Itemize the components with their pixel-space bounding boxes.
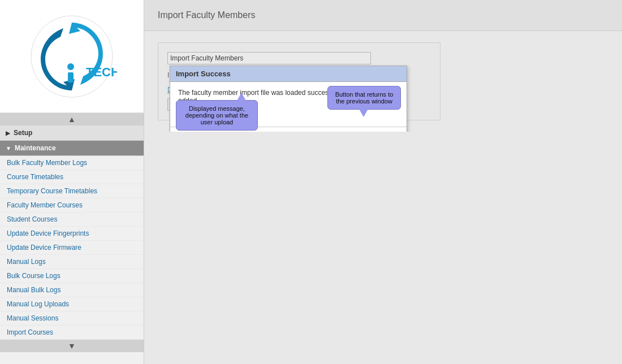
main-content-area: Import Faculty Members Import File Brows… [144,0,622,364]
logo-image: TECH [27,11,117,102]
form-title-input[interactable] [167,52,371,64]
sidebar-section-maintenance[interactable]: ▼ Maintenance [0,141,144,156]
modal-message: The faculty member import file was loade… [178,89,385,105]
svg-text:TECH: TECH [86,65,117,79]
sidebar-item-update-device-fingerprints[interactable]: Update Device Fingerprints [0,227,144,241]
sidebar-item-temporary-course-timetables[interactable]: Temporary Course Timetables [0,184,144,198]
form-title-row [167,52,431,64]
scroll-down-button[interactable]: ▼ [0,340,144,352]
import-form-container: Import File Browse Download... Import Im… [158,42,440,120]
modal-body: The faculty member import file was loade… [170,82,407,127]
setup-arrow-icon: ▶ [6,130,10,136]
sidebar-item-import-courses[interactable]: Import Courses [0,326,144,340]
modal-footer: Close [170,127,407,132]
sidebar-item-bulk-faculty-member-logs[interactable]: Bulk Faculty Member Logs [0,156,144,170]
scroll-up-button[interactable]: ▲ [0,113,144,125]
page-title: Import Faculty Members [158,10,255,20]
maintenance-label: Maintenance [15,144,56,152]
page-title-bar: Import Faculty Members [144,0,622,31]
sidebar: TECH ▲ ▶ Setup ▼ Maintenance Bulk Facult… [0,0,144,364]
setup-label: Setup [14,129,32,137]
sidebar-item-manual-log-uploads[interactable]: Manual Log Uploads [0,297,144,311]
sidebar-item-update-device-firmware[interactable]: Update Device Firmware [0,241,144,255]
main-content: Import File Browse Download... Import Im… [144,31,622,132]
modal-title: Import Success [170,66,407,82]
sidebar-item-manual-sessions[interactable]: Manual Sessions [0,311,144,326]
svg-point-1 [67,63,74,70]
sidebar-item-faculty-member-courses[interactable]: Faculty Member Courses [0,198,144,213]
svg-rect-2 [68,72,74,83]
sidebar-item-manual-logs[interactable]: Manual Logs [0,255,144,269]
sidebar-item-manual-bulk-logs[interactable]: Manual Bulk Logs [0,283,144,297]
sidebar-section-setup[interactable]: ▶ Setup [0,125,144,141]
logo-area: TECH [0,0,144,113]
main-wrapper: Import File Browse Download... Import Im… [144,31,622,364]
maintenance-arrow-icon: ▼ [6,145,11,151]
sidebar-scroll[interactable]: ▲ ▶ Setup ▼ Maintenance Bulk Faculty Mem… [0,113,144,364]
import-success-modal[interactable]: Import Success The faculty member import… [170,66,407,132]
sidebar-item-course-timetables[interactable]: Course Timetables [0,170,144,184]
sidebar-item-student-courses[interactable]: Student Courses [0,213,144,227]
sidebar-item-bulk-course-logs[interactable]: Bulk Course Logs [0,269,144,283]
